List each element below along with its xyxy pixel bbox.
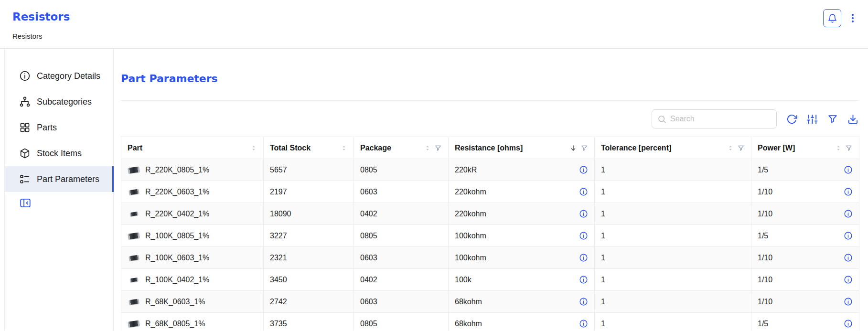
tolerance-cell: 1: [595, 269, 751, 291]
collapse-sidebar-button[interactable]: [19, 197, 32, 209]
refresh-button[interactable]: [786, 114, 797, 125]
info-icon[interactable]: [844, 165, 853, 174]
resistance-cell: 220kohm: [449, 181, 595, 203]
column-header-part[interactable]: Part: [121, 137, 264, 159]
power-value: 1/10: [758, 298, 772, 306]
sort-icon[interactable]: [569, 144, 577, 152]
sort-icon[interactable]: [424, 145, 431, 151]
column-header-tolerance-percent[interactable]: Tolerance [percent]: [595, 137, 751, 159]
resistance-value: 100k: [455, 276, 472, 284]
column-label: Tolerance [percent]: [601, 144, 724, 152]
column-filter-icon[interactable]: [580, 144, 588, 152]
search-input[interactable]: [670, 115, 771, 123]
table-body: R_220K_0805_1% 5657 0805 220kR 1 1/5 R_2…: [121, 159, 859, 331]
table-row[interactable]: R_220K_0603_1% 2197 0603 220kohm 1 1/10: [121, 181, 859, 203]
info-icon[interactable]: [844, 253, 853, 262]
part-name: R_220K_0603_1%: [145, 188, 209, 196]
sort-icon[interactable]: [727, 145, 734, 151]
power-cell: 1/10: [751, 181, 859, 203]
column-settings-button[interactable]: [807, 114, 818, 125]
column-header-package[interactable]: Package: [354, 137, 449, 159]
notifications-button[interactable]: [823, 9, 841, 27]
column-label: Package: [360, 144, 421, 152]
info-icon[interactable]: [844, 187, 853, 196]
table-row[interactable]: R_68K_0603_1% 2742 0603 68kohm 1 1/10: [121, 291, 859, 313]
download-button[interactable]: [847, 114, 858, 125]
column-header-power-w[interactable]: Power [W]: [751, 137, 859, 159]
resistance-value: 220kohm: [455, 188, 486, 196]
sort-icon[interactable]: [341, 145, 347, 151]
resistance-cell: 220kohm: [449, 203, 595, 225]
info-icon[interactable]: [844, 231, 853, 240]
info-icon[interactable]: [579, 253, 588, 262]
info-icon[interactable]: [844, 209, 853, 218]
power-value: 1/10: [758, 276, 772, 284]
more-menu-button[interactable]: [847, 12, 858, 24]
table-row[interactable]: R_100K_0805_1% 3227 0805 100kohm 1 1/5: [121, 225, 859, 247]
table-row[interactable]: R_68K_0805_1% 3735 0805 68kohm 1 1/5: [121, 313, 859, 331]
info-icon[interactable]: [579, 275, 588, 284]
resistance-value: 68kohm: [455, 320, 482, 328]
section-divider: [121, 100, 858, 101]
header-actions: [823, 9, 858, 27]
power-value: 1/10: [758, 188, 772, 196]
info-icon[interactable]: [844, 275, 853, 284]
part-name: R_68K_0805_1%: [145, 320, 205, 328]
table-row[interactable]: R_220K_0402_1% 18090 0402 220kohm 1 1/10: [121, 203, 859, 225]
part-thumbnail: [128, 233, 140, 239]
total-stock-cell: 3735: [264, 313, 354, 331]
column-filter-icon[interactable]: [737, 144, 745, 152]
app-header: Resistors Resistors: [0, 0, 868, 49]
download-icon: [847, 114, 858, 125]
bell-icon: [827, 13, 837, 23]
info-icon[interactable]: [579, 297, 588, 306]
tolerance-cell: 1: [595, 181, 751, 203]
page-title: Resistors: [12, 10, 858, 24]
sort-icon[interactable]: [250, 145, 257, 151]
sort-icon[interactable]: [835, 145, 842, 151]
part-cell: R_100K_0402_1%: [121, 269, 264, 291]
tolerance-cell: 1: [595, 291, 751, 313]
info-icon[interactable]: [844, 297, 853, 306]
sidebar-item-parts[interactable]: Parts: [5, 115, 113, 140]
power-value: 1/5: [758, 166, 768, 174]
table-row[interactable]: R_220K_0805_1% 5657 0805 220kR 1 1/5: [121, 159, 859, 181]
power-value: 1/5: [758, 232, 768, 240]
info-icon[interactable]: [579, 187, 588, 196]
breadcrumb[interactable]: Resistors: [12, 32, 43, 40]
total-stock-cell: 2742: [264, 291, 354, 313]
info-icon[interactable]: [579, 319, 588, 328]
power-cell: 1/10: [751, 203, 859, 225]
info-icon: [19, 70, 31, 82]
power-cell: 1/5: [751, 159, 859, 181]
part-cell: R_220K_0603_1%: [121, 181, 264, 203]
content-area: Category Details Subcategories Parts Sto…: [4, 49, 868, 331]
sidebar-item-part-parameters[interactable]: Part Parameters: [5, 166, 113, 192]
part-cell: R_68K_0603_1%: [121, 291, 264, 313]
power-cell: 1/10: [751, 247, 859, 269]
table-row[interactable]: R_100K_0402_1% 3450 0402 100k 1 1/10: [121, 269, 859, 291]
info-icon[interactable]: [579, 209, 588, 218]
resistance-cell: 220kR: [449, 159, 595, 181]
column-header-total-stock[interactable]: Total Stock: [264, 137, 354, 159]
part-name: R_100K_0402_1%: [145, 276, 209, 284]
box-icon: [19, 148, 31, 159]
column-filter-icon[interactable]: [845, 144, 853, 152]
table-row[interactable]: R_100K_0603_1% 2321 0603 100kohm 1 1/10: [121, 247, 859, 269]
part-thumbnail: [128, 299, 140, 304]
sidebar-item-stock-items[interactable]: Stock Items: [5, 140, 113, 166]
power-value: 1/10: [758, 254, 772, 262]
sidebar-item-category-details[interactable]: Category Details: [5, 63, 113, 89]
sidebar-item-subcategories[interactable]: Subcategories: [5, 89, 113, 115]
info-icon[interactable]: [844, 319, 853, 328]
sidebar-item-label: Stock Items: [37, 149, 82, 159]
filter-button[interactable]: [827, 114, 838, 124]
info-icon[interactable]: [579, 231, 588, 240]
info-icon[interactable]: [579, 165, 588, 174]
part-name: R_68K_0603_1%: [145, 298, 205, 306]
table-header-row: Part Total Stock Package Resistance [ohm…: [121, 137, 859, 159]
column-header-resistance-ohms[interactable]: Resistance [ohms]: [449, 137, 595, 159]
power-value: 1/5: [758, 320, 768, 328]
power-value: 1/10: [758, 210, 772, 218]
column-filter-icon[interactable]: [434, 144, 442, 152]
